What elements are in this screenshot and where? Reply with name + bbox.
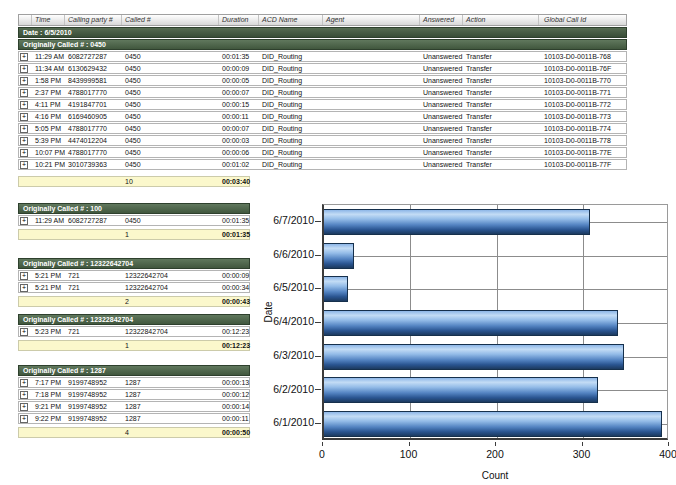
expand-row-button[interactable]: + [20,53,28,61]
expand-row-button[interactable]: + [20,161,28,169]
column-header-duration[interactable]: Duration [219,15,259,25]
expand-row-button[interactable]: + [20,328,28,336]
group-header[interactable]: Originally Called # : 1287 [18,365,250,376]
expand-row-button[interactable]: + [20,379,28,387]
column-header-answered[interactable]: Answered [420,15,463,25]
cell-called: 0450 [122,160,219,169]
cell-duration: 00:00:14 [219,402,251,411]
group-header-0450[interactable]: Originally Called # : 0450 [18,39,627,50]
cell-acd: DID_Routing [259,88,323,97]
expand-row-button[interactable]: + [20,113,28,121]
cell-acd: DID_Routing [259,124,323,133]
cell-time: 11:29 AM [32,52,65,61]
expand-cell: + [19,216,32,225]
expand-cell: + [19,88,32,97]
cell-action: Transfer [463,112,539,121]
expand-row-button[interactable]: + [20,403,28,411]
call-row[interactable]: +2:37 PM4788017770045000:00:07DID_Routin… [18,87,627,98]
cell-called: 1287 [122,390,219,399]
cell-action: Transfer [463,52,539,61]
call-row[interactable]: +11:29 AM6082727287045000:01:35DID_Routi… [18,51,627,62]
call-row[interactable]: +11:34 AM6130629432045000:00:09DID_Routi… [18,63,627,74]
cell-answered: Unanswered [420,76,463,85]
column-header-agent[interactable]: Agent [323,15,420,25]
column-header-called[interactable]: Called # [122,15,219,25]
call-row[interactable]: +1:58 PM8439999581045000:00:05DID_Routin… [18,75,627,86]
call-row[interactable]: +10:07 PM4788017770045000:00:06DID_Routi… [18,147,627,158]
cell-acd: DID_Routing [259,112,323,121]
group-header[interactable]: Originally Called # : 12322642704 [18,258,250,269]
column-header-time[interactable]: Time [32,15,65,25]
x-tick-mark [668,442,669,446]
expand-row-button[interactable]: + [20,125,28,133]
expand-row-button[interactable]: + [20,89,28,97]
cell-acd: DID_Routing [259,100,323,109]
call-row[interactable]: +5:21 PM7211232264270400:00:34 [18,282,250,293]
group-header[interactable]: Originally Called # : 12322842704 [18,314,250,325]
cell-duration: 00:00:03 [219,136,259,145]
expand-cell: + [19,327,32,336]
cell-agent [323,160,420,169]
cell-duration: 00:00:05 [219,76,259,85]
expand-cell: + [19,390,32,399]
call-row[interactable]: +10:21 PM3010739363045000:01:02DID_Routi… [18,159,627,170]
column-header-expand[interactable] [19,15,32,25]
summary-total-duration: 00:12:23 [219,341,251,350]
cell-answered: Unanswered [420,88,463,97]
call-row[interactable]: +11:29 AM6082727287045000:01:35 [18,215,250,226]
expand-cell: + [19,271,32,280]
expand-cell: + [19,148,32,157]
call-row[interactable]: +5:39 PM4474012204045000:00:03DID_Routin… [18,135,627,146]
expand-row-button[interactable]: + [20,272,28,280]
call-row[interactable]: +7:18 PM9199748952128700:00:12 [18,389,250,400]
column-header-action[interactable]: Action [463,15,539,25]
expand-row-button[interactable]: + [20,65,28,73]
y-tick-mark [315,288,321,289]
call-row[interactable]: +7:17 PM9199748952128700:00:13 [18,377,250,388]
x-axis-title: Count [322,470,668,481]
expand-cell: + [19,414,32,423]
group-section: Originally Called # : 1287+7:17 PM919974… [18,365,250,439]
expand-row-button[interactable]: + [20,415,28,423]
cell-time: 5:05 PM [32,124,65,133]
date-group-header[interactable]: Date : 6/5/2010 [18,27,627,38]
call-row[interactable]: +4:11 PM4191847701045000:00:15DID_Routin… [18,99,627,110]
call-row[interactable]: +5:21 PM7211232264270400:00:09 [18,270,250,281]
cell-duration: 00:01:02 [219,160,259,169]
bar-6-4-2010 [324,310,618,336]
expand-row-button[interactable]: + [20,137,28,145]
call-row[interactable]: +9:22 PM9199748952128700:00:11 [18,413,250,424]
cell-global_id: 10103-D0-0011B-77E [539,148,628,157]
group-header[interactable]: Originally Called # : 100 [18,203,250,214]
call-row[interactable]: +5:23 PM7211232284270400:12:23 [18,326,250,337]
expand-row-button[interactable]: + [20,284,28,292]
cell-acd: DID_Routing [259,148,323,157]
cell-calling: 6082727287 [65,52,122,61]
call-row[interactable]: +4:16 PM6169460905045000:00:11DID_Routin… [18,111,627,122]
cell-called: 0450 [122,112,219,121]
y-category-label: 6/7/2010 [252,204,314,238]
cell-duration: 00:00:07 [219,124,259,133]
cell-answered: Unanswered [420,100,463,109]
column-header-global_id[interactable]: Global Call Id [539,15,628,25]
call-row[interactable]: +9:21 PM9199748952128700:00:14 [18,401,250,412]
cell-time: 9:21 PM [32,402,65,411]
group-summary-row: 400:00:50 [18,427,250,438]
expand-cell: + [19,64,32,73]
cell-called: 0450 [122,88,219,97]
cell-time: 5:23 PM [32,327,65,336]
expand-row-button[interactable]: + [20,77,28,85]
expand-row-button[interactable]: + [20,217,28,225]
group-section: Originally Called # : 100+11:29 AM608272… [18,203,250,241]
column-header-calling[interactable]: Calling party # [65,15,122,25]
cell-answered: Unanswered [420,64,463,73]
expand-row-button[interactable]: + [20,149,28,157]
cell-action: Transfer [463,76,539,85]
x-tick-mark [495,442,496,446]
cell-time: 5:39 PM [32,136,65,145]
call-row[interactable]: +5:05 PM4788017770045000:00:07DID_Routin… [18,123,627,134]
column-header-acd[interactable]: ACD Name [259,15,323,25]
cell-global_id: 10103-D0-0011B-768 [539,52,628,61]
expand-row-button[interactable]: + [20,101,28,109]
expand-row-button[interactable]: + [20,391,28,399]
